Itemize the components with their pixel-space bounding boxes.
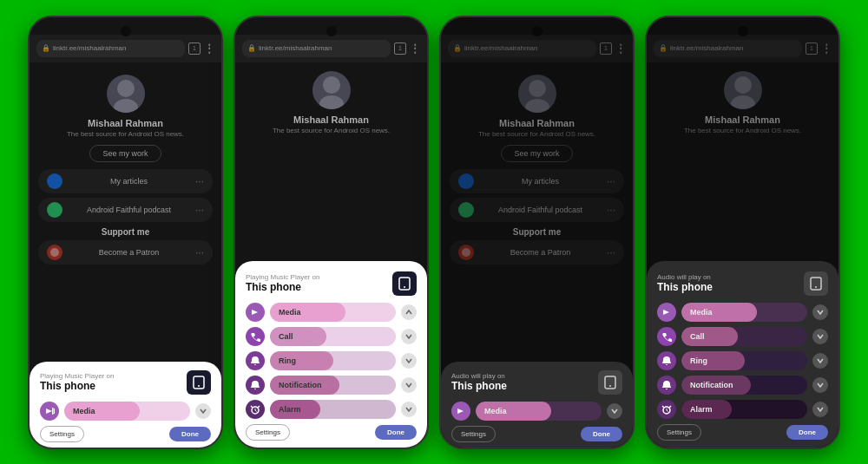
device-icon-3[interactable]	[598, 370, 622, 395]
media-icon-2	[246, 303, 265, 322]
svg-rect-5	[52, 408, 54, 415]
device-icon-2[interactable]	[392, 271, 417, 296]
call-label-4: Call	[690, 332, 705, 341]
media-label-3: Media	[484, 407, 507, 415]
vol-row-media-1: Media	[40, 402, 211, 421]
phone-2: 🔒 linktr.ee/mishaalrahman 1 ⋮ Mishaal Ra…	[233, 16, 429, 449]
alarm-track-4[interactable]: Alarm	[681, 400, 807, 419]
device-icon-4[interactable]	[804, 271, 828, 296]
media-label-4: Media	[690, 308, 713, 317]
playing-on-label-4: Audio will play on	[657, 273, 713, 281]
call-track-4[interactable]: Call	[681, 327, 807, 346]
call-icon-4	[657, 327, 676, 346]
notif-track-4[interactable]: Notification	[681, 376, 807, 395]
media-arrow-3[interactable]	[607, 403, 622, 419]
media-icon-4	[657, 303, 676, 322]
ring-icon-2	[246, 351, 265, 370]
panel-header-2: Playing Music Player on This phone	[246, 271, 417, 296]
media-track-2[interactable]: Media	[270, 303, 396, 322]
vol-row-media-4: Media	[657, 303, 828, 322]
panel-buttons-2: Settings Done	[246, 424, 417, 441]
alarm-arrow-4[interactable]	[812, 402, 828, 417]
panel-header-3: Audio will play on This phone	[451, 370, 622, 395]
media-arrow-4[interactable]	[812, 304, 828, 320]
volume-panel-4: Audio will play on This phone Media	[647, 261, 838, 448]
vol-row-call-4: Call	[657, 327, 828, 346]
call-icon-2	[246, 327, 265, 346]
panel-header-left-2: Playing Music Player on This phone	[246, 273, 319, 293]
svg-point-16	[609, 385, 611, 387]
panel-header-4: Audio will play on This phone	[657, 271, 828, 296]
media-track-1[interactable]: Media	[64, 402, 190, 421]
phone-screen-4: 🔒 linktr.ee/mishaalrahman 1 ⋮ Mishaal Ra…	[647, 17, 838, 448]
media-label-2: Media	[279, 308, 301, 317]
call-track-2[interactable]: Call	[270, 327, 396, 346]
device-name-3: This phone	[451, 380, 507, 392]
media-label-1: Media	[73, 407, 95, 415]
volume-panel-1: Playing Music Player on This phone Media	[30, 362, 221, 448]
notif-icon-4	[657, 376, 676, 395]
panel-header-1: Playing Music Player on This phone	[40, 370, 211, 395]
done-btn-3[interactable]: Done	[581, 427, 622, 441]
media-icon-1	[40, 402, 59, 421]
ring-icon-4	[657, 351, 676, 370]
alarm-icon-4	[657, 400, 676, 419]
settings-btn-3[interactable]: Settings	[451, 426, 496, 442]
media-arrow-1[interactable]	[195, 403, 211, 419]
device-name-2: This phone	[246, 281, 319, 293]
call-arrow-4[interactable]	[812, 329, 828, 344]
panel-header-left-3: Audio will play on This phone	[451, 372, 507, 392]
notif-icon-2	[246, 376, 265, 395]
done-btn-4[interactable]: Done	[786, 425, 828, 440]
alarm-track-2[interactable]: Alarm	[270, 400, 396, 419]
media-track-4[interactable]: Media	[681, 303, 807, 322]
panel-header-left-1: Playing Music Player on This phone	[40, 372, 114, 392]
panel-buttons-4: Settings Done	[657, 424, 828, 441]
ring-label-4: Ring	[690, 356, 707, 365]
ring-arrow-2[interactable]	[401, 353, 417, 369]
call-label-2: Call	[279, 332, 293, 341]
media-track-3[interactable]: Media	[476, 402, 602, 421]
vol-row-alarm-4: Alarm	[657, 400, 828, 419]
notif-arrow-4[interactable]	[812, 377, 828, 393]
playing-on-label-1: Playing Music Player on	[40, 372, 114, 380]
device-name-4: This phone	[657, 281, 713, 293]
svg-point-4	[198, 385, 200, 387]
vol-row-call-2: Call	[246, 327, 417, 346]
ring-track-2[interactable]: Ring	[270, 351, 396, 370]
notif-arrow-2[interactable]	[401, 377, 417, 393]
vol-row-media-2: Media	[246, 303, 417, 322]
ring-label-2: Ring	[279, 356, 296, 365]
vol-row-ring-4: Ring	[657, 351, 828, 370]
done-btn-2[interactable]: Done	[375, 425, 417, 440]
phone-screen-2: 🔒 linktr.ee/mishaalrahman 1 ⋮ Mishaal Ra…	[235, 17, 427, 448]
done-btn-1[interactable]: Done	[169, 427, 211, 441]
notif-track-2[interactable]: Notification	[270, 376, 396, 395]
settings-btn-4[interactable]: Settings	[657, 424, 701, 441]
ring-track-4[interactable]: Ring	[681, 351, 807, 370]
media-icon-3	[451, 402, 470, 421]
vol-row-notif-2: Notification	[246, 376, 417, 395]
phone-1: 🔒 linktr.ee/mishaalrahman 1 ⋮ Mishaal Ra…	[28, 16, 223, 449]
panel-buttons-1: Settings Done	[40, 426, 211, 442]
alarm-label-2: Alarm	[279, 405, 301, 414]
notif-label-4: Notification	[690, 381, 733, 389]
settings-btn-2[interactable]: Settings	[246, 424, 290, 441]
phone-3: 🔒 linktr.ee/mishaalrahman 1 ⋮ Mishaal Ra…	[439, 16, 635, 449]
ring-arrow-4[interactable]	[812, 353, 828, 369]
volume-panel-2: Playing Music Player on This phone Media	[235, 261, 427, 448]
panel-header-left-4: Audio will play on This phone	[657, 273, 713, 293]
volume-panel-3: Audio will play on This phone Media	[441, 362, 633, 448]
panel-buttons-3: Settings Done	[451, 426, 622, 442]
playing-on-label-3: Audio will play on	[451, 372, 507, 380]
alarm-label-4: Alarm	[690, 405, 713, 414]
call-arrow-2[interactable]	[401, 329, 417, 344]
alarm-arrow-2[interactable]	[401, 402, 417, 417]
alarm-icon-2	[246, 400, 265, 419]
device-icon-1[interactable]	[187, 370, 211, 395]
media-arrow-2[interactable]	[401, 304, 417, 320]
phone-screen-3: 🔒 linktr.ee/mishaalrahman 1 ⋮ Mishaal Ra…	[441, 17, 633, 448]
settings-btn-1[interactable]: Settings	[40, 426, 84, 442]
phone-screen-1: 🔒 linktr.ee/mishaalrahman 1 ⋮ Mishaal Ra…	[30, 17, 221, 448]
vol-row-alarm-2: Alarm	[246, 400, 417, 419]
